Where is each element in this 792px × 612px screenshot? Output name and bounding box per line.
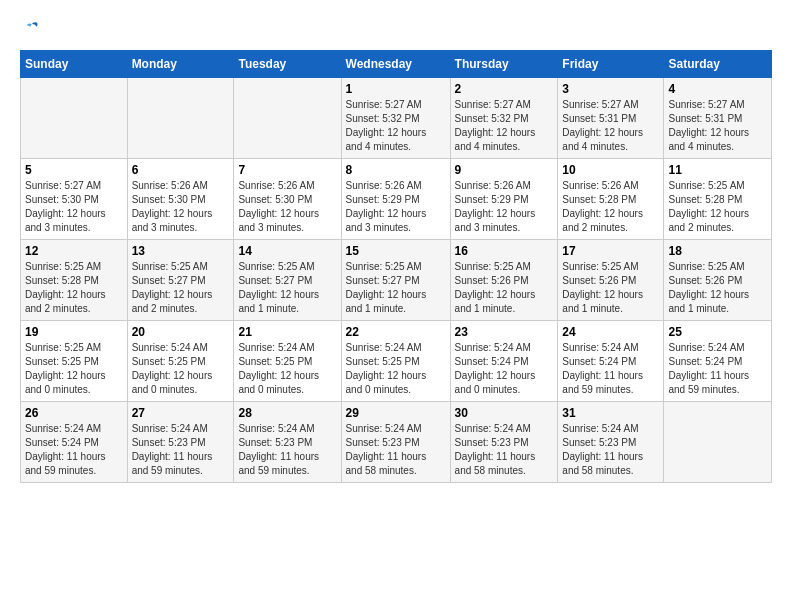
day-number: 3 [562,82,659,96]
day-info: Sunrise: 5:24 AM Sunset: 5:24 PM Dayligh… [668,341,767,397]
day-info: Sunrise: 5:26 AM Sunset: 5:30 PM Dayligh… [238,179,336,235]
day-info: Sunrise: 5:27 AM Sunset: 5:31 PM Dayligh… [562,98,659,154]
day-number: 4 [668,82,767,96]
calendar-cell: 31Sunrise: 5:24 AM Sunset: 5:23 PM Dayli… [558,402,664,483]
day-number: 27 [132,406,230,420]
day-info: Sunrise: 5:25 AM Sunset: 5:27 PM Dayligh… [238,260,336,316]
logo-bird-icon [20,20,40,40]
day-info: Sunrise: 5:24 AM Sunset: 5:25 PM Dayligh… [132,341,230,397]
calendar-cell: 11Sunrise: 5:25 AM Sunset: 5:28 PM Dayli… [664,159,772,240]
calendar-cell [234,78,341,159]
day-info: Sunrise: 5:27 AM Sunset: 5:32 PM Dayligh… [455,98,554,154]
day-info: Sunrise: 5:26 AM Sunset: 5:30 PM Dayligh… [132,179,230,235]
day-number: 21 [238,325,336,339]
calendar-week-5: 26Sunrise: 5:24 AM Sunset: 5:24 PM Dayli… [21,402,772,483]
calendar-cell: 6Sunrise: 5:26 AM Sunset: 5:30 PM Daylig… [127,159,234,240]
day-number: 6 [132,163,230,177]
calendar-cell: 7Sunrise: 5:26 AM Sunset: 5:30 PM Daylig… [234,159,341,240]
calendar-cell: 3Sunrise: 5:27 AM Sunset: 5:31 PM Daylig… [558,78,664,159]
calendar-cell: 15Sunrise: 5:25 AM Sunset: 5:27 PM Dayli… [341,240,450,321]
day-info: Sunrise: 5:24 AM Sunset: 5:25 PM Dayligh… [238,341,336,397]
calendar-week-2: 5Sunrise: 5:27 AM Sunset: 5:30 PM Daylig… [21,159,772,240]
day-info: Sunrise: 5:26 AM Sunset: 5:29 PM Dayligh… [346,179,446,235]
day-number: 19 [25,325,123,339]
header-cell-wednesday: Wednesday [341,51,450,78]
day-info: Sunrise: 5:27 AM Sunset: 5:30 PM Dayligh… [25,179,123,235]
day-info: Sunrise: 5:26 AM Sunset: 5:28 PM Dayligh… [562,179,659,235]
day-info: Sunrise: 5:24 AM Sunset: 5:24 PM Dayligh… [455,341,554,397]
day-info: Sunrise: 5:27 AM Sunset: 5:32 PM Dayligh… [346,98,446,154]
day-number: 11 [668,163,767,177]
day-info: Sunrise: 5:25 AM Sunset: 5:28 PM Dayligh… [668,179,767,235]
header-cell-monday: Monday [127,51,234,78]
day-number: 8 [346,163,446,177]
header-row: SundayMondayTuesdayWednesdayThursdayFrid… [21,51,772,78]
calendar-cell: 26Sunrise: 5:24 AM Sunset: 5:24 PM Dayli… [21,402,128,483]
day-number: 23 [455,325,554,339]
day-number: 2 [455,82,554,96]
calendar-cell: 1Sunrise: 5:27 AM Sunset: 5:32 PM Daylig… [341,78,450,159]
day-info: Sunrise: 5:24 AM Sunset: 5:24 PM Dayligh… [562,341,659,397]
calendar-cell [127,78,234,159]
day-info: Sunrise: 5:24 AM Sunset: 5:25 PM Dayligh… [346,341,446,397]
day-number: 22 [346,325,446,339]
day-info: Sunrise: 5:25 AM Sunset: 5:26 PM Dayligh… [562,260,659,316]
day-info: Sunrise: 5:25 AM Sunset: 5:27 PM Dayligh… [132,260,230,316]
day-number: 13 [132,244,230,258]
day-number: 1 [346,82,446,96]
logo [20,20,44,40]
day-info: Sunrise: 5:24 AM Sunset: 5:23 PM Dayligh… [132,422,230,478]
day-number: 17 [562,244,659,258]
day-info: Sunrise: 5:25 AM Sunset: 5:26 PM Dayligh… [455,260,554,316]
day-number: 15 [346,244,446,258]
calendar-cell [664,402,772,483]
header-cell-thursday: Thursday [450,51,558,78]
calendar-cell: 25Sunrise: 5:24 AM Sunset: 5:24 PM Dayli… [664,321,772,402]
calendar-table: SundayMondayTuesdayWednesdayThursdayFrid… [20,50,772,483]
day-number: 25 [668,325,767,339]
day-number: 28 [238,406,336,420]
header-cell-sunday: Sunday [21,51,128,78]
day-number: 31 [562,406,659,420]
day-info: Sunrise: 5:27 AM Sunset: 5:31 PM Dayligh… [668,98,767,154]
day-number: 24 [562,325,659,339]
calendar-cell: 19Sunrise: 5:25 AM Sunset: 5:25 PM Dayli… [21,321,128,402]
day-number: 16 [455,244,554,258]
calendar-week-4: 19Sunrise: 5:25 AM Sunset: 5:25 PM Dayli… [21,321,772,402]
day-number: 30 [455,406,554,420]
day-info: Sunrise: 5:24 AM Sunset: 5:24 PM Dayligh… [25,422,123,478]
day-number: 29 [346,406,446,420]
day-number: 5 [25,163,123,177]
day-number: 9 [455,163,554,177]
day-number: 7 [238,163,336,177]
calendar-cell: 4Sunrise: 5:27 AM Sunset: 5:31 PM Daylig… [664,78,772,159]
calendar-cell: 8Sunrise: 5:26 AM Sunset: 5:29 PM Daylig… [341,159,450,240]
calendar-cell: 17Sunrise: 5:25 AM Sunset: 5:26 PM Dayli… [558,240,664,321]
calendar-cell: 23Sunrise: 5:24 AM Sunset: 5:24 PM Dayli… [450,321,558,402]
day-number: 20 [132,325,230,339]
calendar-cell: 10Sunrise: 5:26 AM Sunset: 5:28 PM Dayli… [558,159,664,240]
day-info: Sunrise: 5:26 AM Sunset: 5:29 PM Dayligh… [455,179,554,235]
day-info: Sunrise: 5:24 AM Sunset: 5:23 PM Dayligh… [346,422,446,478]
day-info: Sunrise: 5:25 AM Sunset: 5:28 PM Dayligh… [25,260,123,316]
calendar-cell: 18Sunrise: 5:25 AM Sunset: 5:26 PM Dayli… [664,240,772,321]
calendar-week-3: 12Sunrise: 5:25 AM Sunset: 5:28 PM Dayli… [21,240,772,321]
header-cell-tuesday: Tuesday [234,51,341,78]
day-info: Sunrise: 5:25 AM Sunset: 5:27 PM Dayligh… [346,260,446,316]
header-cell-saturday: Saturday [664,51,772,78]
header [20,20,772,40]
day-number: 14 [238,244,336,258]
calendar-cell: 2Sunrise: 5:27 AM Sunset: 5:32 PM Daylig… [450,78,558,159]
day-info: Sunrise: 5:24 AM Sunset: 5:23 PM Dayligh… [562,422,659,478]
calendar-cell [21,78,128,159]
day-info: Sunrise: 5:24 AM Sunset: 5:23 PM Dayligh… [455,422,554,478]
calendar-cell: 16Sunrise: 5:25 AM Sunset: 5:26 PM Dayli… [450,240,558,321]
day-info: Sunrise: 5:25 AM Sunset: 5:25 PM Dayligh… [25,341,123,397]
day-number: 10 [562,163,659,177]
calendar-cell: 12Sunrise: 5:25 AM Sunset: 5:28 PM Dayli… [21,240,128,321]
calendar-cell: 21Sunrise: 5:24 AM Sunset: 5:25 PM Dayli… [234,321,341,402]
calendar-cell: 28Sunrise: 5:24 AM Sunset: 5:23 PM Dayli… [234,402,341,483]
day-number: 18 [668,244,767,258]
day-info: Sunrise: 5:24 AM Sunset: 5:23 PM Dayligh… [238,422,336,478]
calendar-week-1: 1Sunrise: 5:27 AM Sunset: 5:32 PM Daylig… [21,78,772,159]
